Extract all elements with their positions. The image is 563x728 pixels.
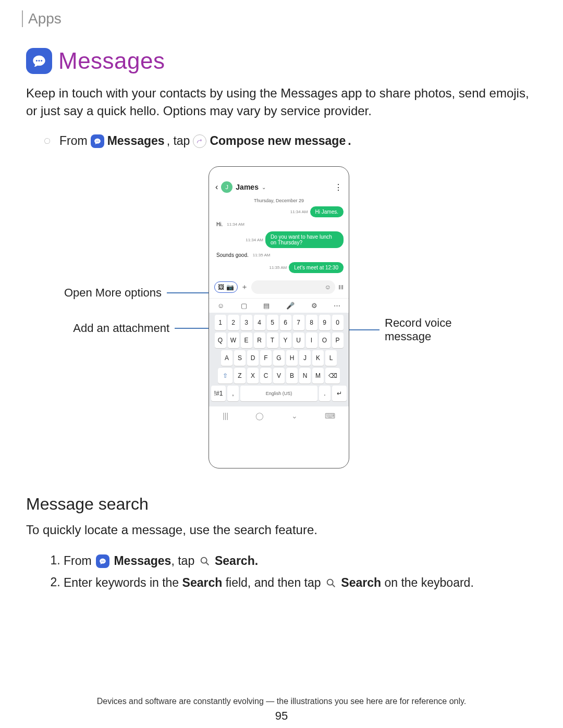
contact-avatar[interactable]: J: [221, 181, 232, 193]
gear-icon[interactable]: ⚙: [311, 302, 317, 310]
key[interactable]: P: [332, 332, 344, 348]
text-compose: Compose new message: [210, 134, 346, 148]
more-options-icon[interactable]: ⋮: [334, 182, 342, 192]
message-search-heading: Message search: [26, 495, 532, 514]
key[interactable]: Z: [234, 368, 246, 384]
key[interactable]: 7: [293, 315, 304, 330]
messages-app-icon: [26, 48, 52, 74]
key[interactable]: A: [221, 350, 232, 366]
svg-point-7: [102, 561, 103, 562]
key[interactable]: 6: [280, 315, 291, 330]
key[interactable]: M: [312, 368, 324, 384]
key[interactable]: 1: [215, 315, 226, 330]
contact-name[interactable]: James: [236, 183, 259, 191]
emoji-tool-icon[interactable]: ☺: [217, 302, 224, 310]
key[interactable]: L: [325, 350, 337, 366]
phone-mockup: ‹ J James ⌄ ⋮ Thursday, December 29 11:3…: [209, 166, 349, 468]
key[interactable]: 5: [267, 315, 278, 330]
msg-sent: 11:35 AM Let's meet at 12:30: [214, 262, 344, 273]
title-row: Messages: [26, 48, 532, 74]
message-input-row: 🖼 📷 ＋ ☺ ⦀⦀: [209, 276, 349, 298]
gallery-icon[interactable]: 🖼: [218, 283, 224, 291]
key[interactable]: Q: [215, 332, 226, 348]
kbd-nav-icon[interactable]: ⌨: [325, 412, 335, 420]
step-1: From Messages, tap Search.: [64, 553, 532, 568]
key[interactable]: K: [312, 350, 324, 366]
comma-key[interactable]: ,: [227, 386, 239, 401]
text-from: From: [59, 134, 88, 148]
keyboard: 1234567890 QWERTYUIOP ASDFGHJKL ⇧ ZXCVBN…: [209, 313, 349, 406]
footer-note: Devices and software are constantly evol…: [0, 697, 563, 706]
clipboard-icon[interactable]: ▢: [241, 302, 247, 310]
callout-open-more: Open More options: [64, 286, 209, 300]
search-steps: From Messages, tap Search. Enter keyword…: [64, 553, 532, 590]
back-nav-icon[interactable]: ⌄: [291, 412, 298, 420]
compose-icon: [193, 134, 206, 148]
key[interactable]: J: [299, 350, 311, 366]
key[interactable]: T: [267, 332, 278, 348]
key[interactable]: U: [293, 332, 304, 348]
key[interactable]: V: [273, 368, 285, 384]
chat-header: ‹ J James ⌄ ⋮: [209, 167, 349, 198]
key[interactable]: E: [241, 332, 252, 348]
key[interactable]: 9: [319, 315, 331, 330]
key[interactable]: R: [254, 332, 265, 348]
page-title: Messages: [58, 48, 165, 74]
key[interactable]: 0: [332, 315, 344, 330]
svg-point-3: [96, 141, 97, 142]
voice-record-icon[interactable]: ⦀⦀: [338, 283, 344, 291]
key[interactable]: W: [228, 332, 239, 348]
key[interactable]: X: [247, 368, 259, 384]
key[interactable]: O: [319, 332, 331, 348]
phone-diagram: Open More options Add an attachment Reco…: [26, 166, 532, 479]
more-tools-icon[interactable]: ⋯: [334, 302, 340, 310]
text-tool-icon[interactable]: ▤: [263, 302, 270, 310]
message-area: 11:34 AM Hi James. Hi. 11:34 AM 11:34 AM…: [209, 206, 349, 273]
svg-point-11: [327, 579, 333, 585]
key[interactable]: 4: [254, 315, 265, 330]
key[interactable]: 2: [228, 315, 239, 330]
messages-icon: [96, 554, 109, 568]
back-icon[interactable]: ‹: [215, 182, 218, 192]
key[interactable]: 3: [241, 315, 252, 330]
key[interactable]: D: [247, 350, 259, 366]
msg-recv: Sounds good. 11:35 AM: [214, 251, 344, 259]
key[interactable]: B: [286, 368, 298, 384]
recents-nav-icon[interactable]: |||: [223, 412, 228, 420]
intro-paragraph: Keep in touch with your contacts by usin…: [26, 84, 532, 119]
period-key[interactable]: .: [319, 386, 331, 401]
home-nav-icon[interactable]: ◯: [255, 412, 264, 420]
key[interactable]: F: [260, 350, 272, 366]
svg-point-1: [38, 60, 40, 61]
shift-key[interactable]: ⇧: [218, 368, 232, 384]
key[interactable]: H: [286, 350, 298, 366]
message-text-field[interactable]: ☺: [251, 280, 335, 294]
key[interactable]: N: [299, 368, 311, 384]
callout-record-voice: Record voice message: [349, 316, 468, 343]
attachment-pill[interactable]: 🖼 📷: [214, 281, 238, 293]
camera-icon[interactable]: 📷: [226, 283, 234, 291]
key[interactable]: C: [260, 368, 272, 384]
more-options-plus-icon[interactable]: ＋: [241, 282, 248, 292]
symbols-key[interactable]: !#1: [211, 386, 226, 401]
step-2: Enter keywords in the Search field, and …: [64, 575, 532, 590]
date-stamp: Thursday, December 29: [209, 198, 349, 203]
section-header: Apps: [22, 10, 532, 27]
msg-recv: Hi. 11:34 AM: [214, 220, 344, 228]
svg-point-8: [104, 561, 105, 562]
msg-sent: 11:34 AM Do you want to have lunch on Th…: [214, 231, 344, 248]
backspace-key[interactable]: ⌫: [325, 368, 340, 384]
chevron-down-icon[interactable]: ⌄: [262, 184, 266, 190]
search-icon: [199, 556, 211, 567]
svg-point-0: [36, 60, 38, 61]
key[interactable]: 8: [306, 315, 317, 330]
key[interactable]: I: [306, 332, 317, 348]
enter-key[interactable]: ↵: [332, 386, 347, 401]
space-key[interactable]: English (US): [240, 386, 317, 401]
key[interactable]: S: [234, 350, 246, 366]
key[interactable]: G: [273, 350, 285, 366]
emoji-icon[interactable]: ☺: [325, 283, 331, 291]
bullet-icon: [44, 138, 50, 144]
key[interactable]: Y: [280, 332, 291, 348]
mic-icon[interactable]: 🎤: [286, 302, 295, 310]
